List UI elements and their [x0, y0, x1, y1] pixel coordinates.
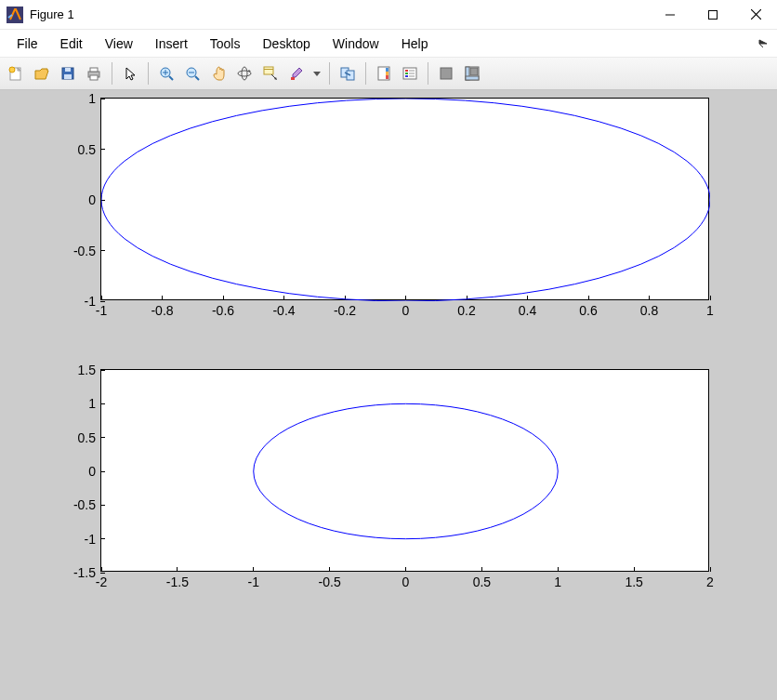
plot-line-circle	[254, 403, 559, 538]
toolbar	[0, 58, 777, 90]
x-tick-label: 0.5	[473, 575, 491, 589]
x-tick-label: 2	[706, 575, 714, 589]
y-tick-label: 1.5	[78, 363, 96, 377]
svg-rect-2	[709, 10, 718, 19]
axes-2[interactable]: -2-1.5-1-0.500.511.52-1.5-1-0.500.511.5	[100, 369, 709, 572]
menu-tools[interactable]: Tools	[199, 33, 252, 55]
pan-button[interactable]	[206, 61, 230, 86]
x-tick-label: 1.5	[625, 575, 642, 589]
svg-rect-30	[386, 68, 388, 72]
menu-window[interactable]: Window	[322, 33, 390, 55]
y-tick-label: -1	[85, 532, 96, 547]
matlab-icon	[6, 6, 24, 24]
rotate-3d-button[interactable]	[232, 61, 257, 86]
dock-arrow-icon[interactable]	[755, 35, 771, 52]
svg-rect-9	[64, 74, 72, 79]
plot-line-circle	[101, 99, 710, 301]
y-tick-label: 0	[88, 192, 96, 207]
x-tick-label: -1	[248, 575, 259, 589]
x-tick-label: 0.2	[457, 303, 475, 318]
zoom-out-button[interactable]	[180, 61, 204, 86]
svg-point-21	[242, 67, 247, 80]
brush-dropdown-button[interactable]	[310, 61, 323, 86]
new-figure-button[interactable]	[4, 61, 28, 86]
brush-button[interactable]	[284, 61, 309, 86]
x-tick-label: -0.4	[272, 303, 295, 318]
x-tick-label: 1	[706, 303, 714, 318]
svg-line-18	[195, 76, 199, 80]
y-tick-label: -0.5	[73, 244, 96, 258]
x-tick-label: 0.4	[519, 303, 536, 318]
print-button[interactable]	[82, 61, 106, 86]
plot-svg	[101, 370, 710, 573]
menu-bar: File Edit View Insert Tools Desktop Wind…	[0, 30, 777, 58]
y-tick-label: 1	[88, 396, 96, 411]
svg-point-6	[9, 67, 15, 73]
y-tick-label: 0.5	[78, 142, 96, 157]
menu-desktop[interactable]: Desktop	[251, 33, 321, 55]
svg-rect-25	[291, 77, 295, 80]
y-tick-label: -1	[85, 294, 96, 309]
svg-line-14	[169, 76, 173, 80]
svg-rect-22	[264, 67, 273, 74]
svg-rect-42	[466, 76, 479, 80]
y-tick-label: 1	[88, 91, 96, 106]
plot-svg	[101, 99, 710, 301]
insert-colorbar-button[interactable]	[372, 61, 396, 86]
window-title: Figure 1	[30, 7, 74, 21]
y-tick-label: 0	[88, 464, 96, 479]
x-tick-label: 0	[402, 575, 410, 589]
y-tick-label: 0.5	[78, 430, 96, 445]
open-button[interactable]	[30, 61, 54, 86]
y-tick-label: -1.5	[73, 565, 96, 580]
title-bar: Figure 1	[0, 0, 777, 30]
svg-rect-39	[441, 68, 452, 79]
y-tick-label: -0.5	[73, 497, 96, 512]
pointer-button[interactable]	[118, 61, 142, 86]
x-tick-label: 0.6	[579, 303, 597, 318]
x-tick-label: 0.8	[640, 303, 658, 318]
menu-edit[interactable]: Edit	[49, 33, 94, 55]
axes-1[interactable]: -1-0.8-0.6-0.4-0.200.20.40.60.81-1-0.500…	[100, 98, 709, 300]
x-tick-label: 1	[554, 575, 561, 589]
save-button[interactable]	[56, 61, 80, 86]
close-button[interactable]	[734, 0, 777, 30]
figure-area[interactable]: -1-0.8-0.6-0.4-0.200.20.40.60.81-1-0.500…	[0, 90, 777, 700]
svg-rect-31	[386, 75, 388, 79]
zoom-in-button[interactable]	[154, 61, 178, 86]
menu-file[interactable]: File	[6, 33, 49, 55]
x-tick-label: 0	[402, 303, 410, 318]
menu-insert[interactable]: Insert	[144, 33, 199, 55]
x-tick-label: -0.5	[319, 575, 341, 589]
menu-help[interactable]: Help	[390, 33, 440, 55]
show-plot-tools-button[interactable]	[460, 61, 484, 86]
x-tick-label: -1.5	[166, 575, 189, 589]
data-cursor-button[interactable]	[258, 61, 283, 86]
x-tick-label: -1	[96, 303, 107, 318]
svg-rect-11	[90, 68, 98, 72]
insert-legend-button[interactable]	[398, 61, 422, 86]
menu-view[interactable]: View	[94, 33, 144, 55]
minimize-button[interactable]	[649, 0, 691, 30]
x-tick-label: -0.6	[212, 303, 234, 318]
x-tick-label: -0.8	[151, 303, 173, 318]
maximize-button[interactable]	[691, 0, 734, 30]
hide-plot-tools-button[interactable]	[434, 61, 458, 86]
link-data-button[interactable]	[336, 61, 360, 86]
svg-rect-43	[470, 68, 478, 75]
svg-rect-12	[90, 75, 98, 80]
svg-rect-8	[65, 68, 71, 72]
x-tick-label: -0.2	[334, 303, 356, 318]
x-tick-label: -2	[96, 575, 107, 589]
